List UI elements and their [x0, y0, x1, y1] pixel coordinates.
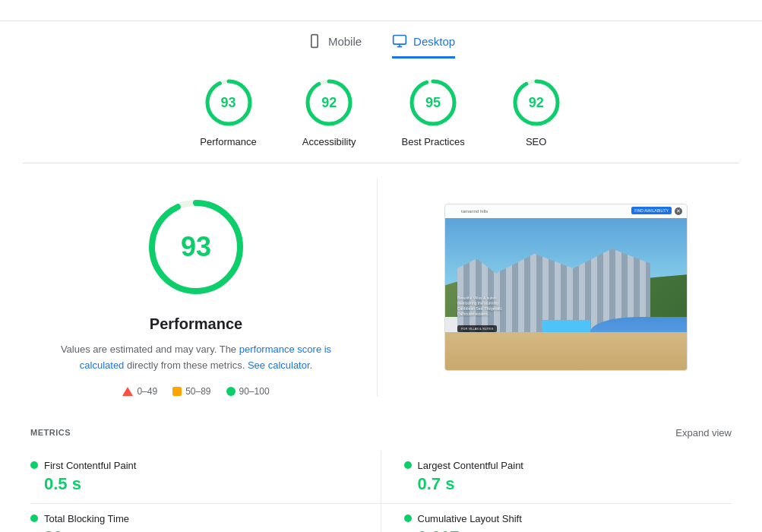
score-best-practices[interactable]: 95 Best Practices — [402, 77, 465, 147]
fcp-status-dot — [30, 461, 38, 469]
left-panel: 93 Performance Values are estimated and … — [30, 179, 378, 397]
metrics-header: METRICS Expand view — [30, 427, 732, 439]
screenshot-nav: ✕ tamarind hills FIND AVAILABILITY — [445, 204, 687, 218]
score-accessibility[interactable]: 92 Accessibility — [302, 77, 356, 147]
svg-rect-2 — [394, 36, 406, 45]
metric-cls: Cumulative Layout Shift 0.017 — [381, 504, 732, 532]
metrics-section: METRICS Expand view First Contentful Pai… — [0, 412, 762, 532]
accessibility-badge: FIND AVAILABILITY — [631, 207, 672, 214]
legend: 0–49 50–89 90–100 — [122, 386, 269, 397]
scores-row: 93 Performance 92 Accessibility 95 Best … — [0, 59, 762, 163]
svg-rect-0 — [311, 35, 318, 48]
metric-fcp: First Contentful Paint 0.5 s — [30, 451, 381, 504]
tab-mobile[interactable]: Mobile — [307, 33, 362, 59]
legend-fail: 0–49 — [122, 386, 157, 397]
device-tabs: Mobile Desktop — [0, 21, 762, 59]
tab-desktop[interactable]: Desktop — [392, 33, 455, 59]
site-screenshot: Beautiful Villas & suitesoverlooking the… — [445, 218, 687, 370]
score-circle-best-practices: 95 — [407, 77, 459, 128]
pass-icon — [226, 387, 236, 396]
legend-average: 50–89 — [172, 386, 210, 397]
tab-mobile-label: Mobile — [328, 35, 362, 48]
score-circle-seo: 92 — [511, 77, 562, 128]
metrics-grid: First Contentful Paint 0.5 s Largest Con… — [30, 451, 732, 532]
lcp-status-dot — [404, 461, 412, 469]
calculator-link[interactable]: See calculator. — [248, 359, 312, 371]
big-score-circle: 93 — [143, 194, 249, 300]
metric-lcp: Largest Contentful Paint 0.7 s — [381, 451, 732, 504]
score-performance[interactable]: 93 Performance — [200, 77, 256, 147]
desktop-icon — [392, 33, 407, 49]
tbt-status-dot — [30, 515, 38, 522]
performance-title: Performance — [150, 315, 242, 333]
main-content: 93 Performance Values are estimated and … — [0, 163, 762, 412]
score-circle-accessibility: 92 — [303, 77, 355, 128]
fail-icon — [122, 387, 133, 396]
average-icon — [172, 387, 182, 396]
tab-desktop-label: Desktop — [413, 35, 455, 48]
legend-pass: 90–100 — [226, 386, 270, 397]
close-icon: ✕ — [675, 207, 682, 215]
expand-view-button[interactable]: Expand view — [675, 427, 732, 439]
score-circle-performance: 93 — [203, 77, 255, 128]
metric-tbt: Total Blocking Time 20 ms — [30, 504, 381, 532]
screenshot-box: ✕ tamarind hills FIND AVAILABILITY Beaut… — [444, 204, 688, 371]
cls-status-dot — [404, 515, 412, 522]
metrics-title: METRICS — [30, 428, 71, 437]
right-panel: ✕ tamarind hills FIND AVAILABILITY Beaut… — [400, 179, 732, 397]
perf-description: Values are estimated and may vary. The p… — [59, 342, 333, 374]
mobile-icon — [307, 33, 322, 49]
score-seo[interactable]: 92 SEO — [511, 77, 562, 147]
